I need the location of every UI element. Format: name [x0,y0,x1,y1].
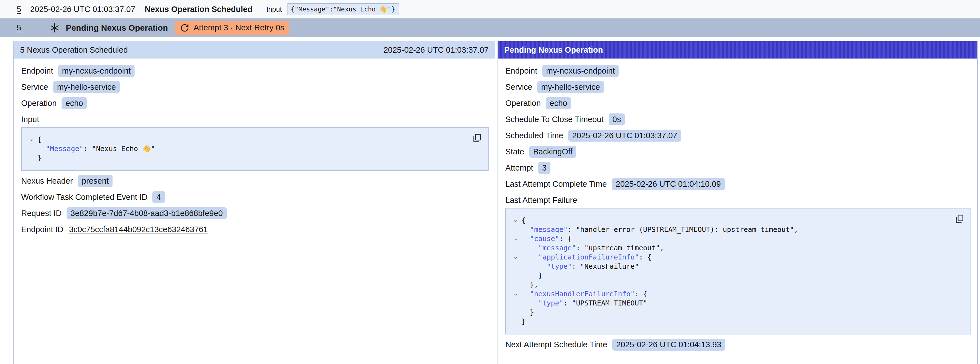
event-input-chip: {"Message":"Nexus Echo 👋"} [287,3,399,15]
pending-operation-detail-panel: Pending Nexus Operation Endpoint my-nexu… [498,41,978,364]
field-state: State BackingOff [505,145,971,158]
scheduled-panel-header: 5 Nexus Operation Scheduled 2025-02-26 U… [14,41,495,59]
scheduled-panel-timestamp: 2025-02-26 UTC 01:03:37.07 [383,45,488,54]
attempt-retry-badge: Attempt 3 · Next Retry 0s [175,21,290,35]
collapse-chevron-icon[interactable]: ⌄ [510,234,522,243]
endpoint-id-link[interactable]: 3c0c75ccfa8144b092c13ce632463761 [68,224,208,236]
copy-icon [472,133,482,144]
field-last-attempt-complete-time: Last Attempt Complete Time 2025-02-26 UT… [505,178,971,190]
field-label: Request ID [21,209,62,218]
json-line: ⌄{ [510,216,951,225]
field-label: Attempt [505,163,533,172]
field-value-chip: my-hello-service [53,81,120,93]
json-line: ⌄ "cause": { [510,234,951,243]
json-line: ⌄ "applicationFailureInfo": { [510,252,951,262]
attempt-retry-text: Attempt 3 · Next Retry 0s [194,23,285,32]
scheduled-panel-title: 5 Nexus Operation Scheduled [20,45,128,54]
input-json-viewer: ⌄{ "Message": "Nexus Echo 👋" } [21,127,488,171]
field-nexus-header: Nexus Header present [21,175,488,187]
field-workflow-task-completed-event-id: Workflow Task Completed Event ID 4 [21,191,488,203]
input-section-label: Input [21,114,488,125]
event-name: Nexus Operation Scheduled [145,5,252,14]
field-service: Service my-hello-service [505,81,971,93]
scheduled-panel-body: Endpoint my-nexus-endpoint Service my-he… [14,59,495,236]
field-value-chip: my-nexus-endpoint [542,65,619,77]
field-label: Endpoint ID [21,225,64,234]
field-label: Scheduled Time [505,131,563,140]
state-badge: BackingOff [529,146,576,158]
field-scheduled-time: Scheduled Time 2025-02-26 UTC 01:03:37.0… [505,129,971,142]
field-attempt: Attempt 3 [505,162,971,174]
failure-json-viewer: ⌄{ "message": "handler error (UPSTREAM_T… [505,208,971,334]
json-line: ⌄{ [25,135,469,144]
json-line: } [510,271,951,280]
last-attempt-failure-label: Last Attempt Failure [505,195,971,206]
field-value-chip: echo [62,97,87,109]
json-line: "Message": "Nexus Echo 👋" [25,144,469,153]
temporal-event-history-screen: 5 2025-02-26 UTC 01:03:37.07 Nexus Opera… [0,0,980,364]
field-value-chip: my-nexus-endpoint [58,65,135,77]
field-label: Nexus Header [21,176,73,186]
event-id-link[interactable]: 5 [17,5,21,14]
field-label: Schedule To Close Timeout [505,115,604,124]
field-value-chip: 3 [538,162,550,174]
field-value-chip: my-hello-service [537,81,604,93]
field-endpoint: Endpoint my-nexus-endpoint [21,65,488,77]
field-value-chip: 2025-02-26 UTC 01:04:13.93 [612,338,725,351]
field-schedule-to-close-timeout: Schedule To Close Timeout 0s [505,113,971,125]
field-label: Operation [505,99,541,108]
field-label: Workflow Task Completed Event ID [21,193,147,202]
field-endpoint-id: Endpoint ID 3c0c75ccfa8144b092c13ce63246… [21,223,488,236]
pending-panel-title: Pending Nexus Operation [504,45,603,54]
pending-panel-header: Pending Nexus Operation [498,41,977,59]
json-line: "message": "handler error (UPSTREAM_TIME… [510,225,951,234]
pending-operation-row[interactable]: 5 Pending Nexus Operation Attempt 3 · Ne… [0,18,980,37]
field-value-chip: 2025-02-26 UTC 01:03:37.07 [568,129,681,142]
field-next-attempt-schedule-time: Next Attempt Schedule Time 2025-02-26 UT… [505,338,971,351]
field-request-id: Request ID 3e829b7e-7d67-4b08-aad3-b1e86… [21,207,488,219]
copy-button[interactable] [471,132,483,144]
collapse-chevron-icon[interactable]: ⌄ [510,216,522,225]
event-row-scheduled[interactable]: 5 2025-02-26 UTC 01:03:37.07 Nexus Opera… [0,0,980,18]
json-line: } [510,317,951,326]
event-input-label: Input [266,5,282,13]
field-label: Operation [21,99,57,108]
collapse-chevron-icon[interactable]: ⌄ [510,252,522,262]
collapse-chevron-icon[interactable]: ⌄ [510,289,522,299]
pending-operation-title: Pending Nexus Operation [66,23,168,33]
json-line: "type": "NexusFailure" [510,262,951,271]
event-timestamp: 2025-02-26 UTC 01:03:37.07 [30,5,135,14]
field-label: Service [21,83,48,92]
field-label: State [505,147,524,156]
json-line: "message": "upstream timeout", [510,243,951,252]
pending-asterisk-icon [49,23,60,33]
field-value-chip: present [78,175,113,187]
json-line: } [510,308,951,317]
collapse-chevron-icon[interactable]: ⌄ [25,135,37,144]
field-value-chip: 0s [609,113,625,125]
json-line: ⌄ "nexusHandlerFailureInfo": { [510,289,951,299]
field-value-chip: 4 [153,191,165,203]
scheduled-event-detail-panel: 5 Nexus Operation Scheduled 2025-02-26 U… [13,41,495,364]
field-value-chip: 2025-02-26 UTC 01:04:10.09 [612,178,725,190]
field-operation: Operation echo [21,97,488,109]
field-label: Service [505,83,532,92]
field-service: Service my-hello-service [21,81,488,93]
field-value-chip: echo [546,97,571,109]
copy-button[interactable] [953,213,966,225]
json-line: } [25,153,469,163]
field-label: Endpoint [21,66,53,75]
field-label: Next Attempt Schedule Time [505,340,607,349]
field-endpoint: Endpoint my-nexus-endpoint [505,65,971,77]
field-operation: Operation echo [505,97,971,109]
retry-icon [180,23,189,32]
field-label: Endpoint [505,66,537,75]
json-line: "type": "UPSTREAM_TIMEOUT" [510,299,951,308]
event-id-link[interactable]: 5 [17,23,21,32]
json-line: }, [510,280,951,289]
field-value-chip: 3e829b7e-7d67-4b08-aad3-b1e868bfe9e0 [67,208,227,219]
field-label: Last Attempt Complete Time [505,179,607,189]
pending-panel-body: Endpoint my-nexus-endpoint Service my-he… [498,59,977,351]
copy-icon [954,214,965,224]
